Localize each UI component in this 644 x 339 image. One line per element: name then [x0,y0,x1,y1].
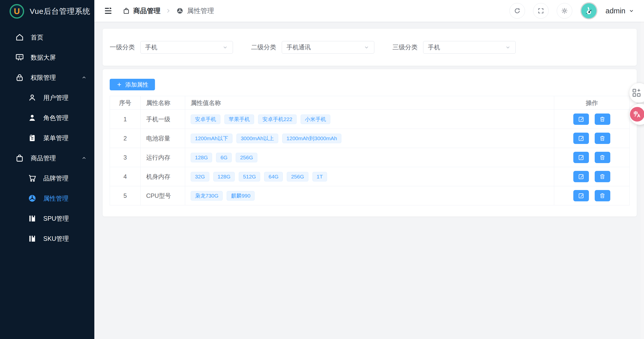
attr-value-tag: 256G [287,172,308,181]
chevron-down-icon [364,44,370,50]
row-index: 1 [110,110,141,129]
sidebar-item-users[interactable]: 用户管理 [0,88,94,108]
sidebar-item-attributes[interactable]: 属性管理 [0,188,94,208]
edit-button[interactable] [573,133,589,144]
sidebar-item-home[interactable]: 首页 [0,27,94,47]
row-index: 4 [110,167,141,186]
sidebar-item-label: 首页 [31,33,43,42]
category1-select[interactable]: 手机 [140,41,233,54]
row-index: 2 [110,129,141,148]
fullscreen-icon [537,7,544,14]
user-menu[interactable]: admin [606,7,634,15]
row-actions [554,110,630,129]
filter-label: 二级分类 [251,43,276,51]
attr-value-tag: 32G [191,172,209,181]
delete-button[interactable] [595,152,610,163]
attribute-table: 序号 属性名称 属性值名称 操作 1 手机一级 安卓手机苹果手机安卓手机222小… [110,96,630,205]
aperture-icon [176,7,184,15]
table-row: 3 运行内存 128G6G256G [110,148,630,167]
rabbit-avatar-icon [583,5,594,16]
filter-level2: 二级分类 手机通讯 [251,41,374,54]
edit-icon [578,116,585,123]
row-actions [554,148,630,167]
sidebar-item-datascreen[interactable]: 数据大屏 [0,47,94,67]
column-header-values: 属性值名称 [185,96,554,110]
table-row: 2 电池容量 1200mAh以下3000mAh以上1200mAh到3000mAh [110,129,630,148]
filter-level1: 一级分类 手机 [110,41,233,54]
sidebar-group-permissions[interactable]: 权限管理 [0,67,94,88]
sidebar-item-label: 数据大屏 [31,53,56,62]
sidebar-item-label: 用户管理 [43,94,68,102]
attr-name: 机身内存 [141,167,185,186]
home-icon [15,33,24,42]
attr-values: 32G128G512G64G256G1T [185,167,554,186]
cart-icon [28,174,37,183]
delete-button[interactable] [595,114,610,125]
settings-button[interactable] [557,3,572,19]
fold-icon [104,7,112,15]
category3-select[interactable]: 手机 [423,41,516,54]
aperture-icon [28,194,37,203]
user-avatar[interactable] [580,2,597,19]
clipboard-icon [28,133,37,142]
username: admin [606,7,625,15]
fullscreen-button[interactable] [533,3,549,19]
delete-button[interactable] [595,171,610,182]
delete-button[interactable] [595,133,610,144]
attr-value-tag: 64G [264,172,283,181]
sidebar: U Vue后台管理系统 首页 数据大屏 权限管理 用户管理 角色管理 菜单管理 [0,0,94,339]
attr-value-tag: 128G [191,153,212,162]
edit-button[interactable] [573,152,589,163]
add-attribute-button[interactable]: 添加属性 [110,79,155,90]
attr-value-tag: 1200mAh以下 [191,134,232,143]
translate-button[interactable] [629,104,644,125]
extension-panel-button[interactable] [629,83,644,103]
trash-icon [599,192,606,199]
attr-value-tag: 小米手机 [301,115,330,124]
category-filter-card: 一级分类 手机 二级分类 手机通讯 三级分类 手机 [103,29,637,66]
refresh-button[interactable] [509,3,525,19]
scrollbar-track[interactable] [641,22,644,339]
sidebar-item-roles[interactable]: 角色管理 [0,108,94,128]
category2-select[interactable]: 手机通讯 [282,41,374,54]
edit-icon [578,192,585,199]
edit-button[interactable] [573,190,589,201]
data-screen-icon [15,53,24,62]
chevron-up-icon [81,155,87,161]
sidebar-item-spu[interactable]: SPU管理 [0,208,94,229]
breadcrumb: 商品管理 属性管理 [123,6,214,15]
row-actions [554,129,630,148]
sidebar-item-label: 商品管理 [31,154,56,162]
delete-button[interactable] [595,190,610,201]
attr-value-tag: 128G [213,172,235,181]
sidebar-item-sku[interactable]: SKU管理 [0,229,94,249]
sidebar-item-label: 属性管理 [43,194,68,203]
trash-icon [599,116,606,123]
chevron-right-icon [165,8,172,14]
attr-name: 运行内存 [141,148,185,167]
edit-button[interactable] [573,114,589,125]
attr-name: 电池容量 [141,129,185,148]
sidebar-item-label: SPU管理 [43,214,69,223]
sidebar-item-label: SKU管理 [43,235,69,243]
attr-values: 枭龙730G麒麟990 [185,186,554,205]
plus-icon [116,82,122,88]
table-header-row: 序号 属性名称 属性值名称 操作 [110,96,630,110]
sidebar-item-menus[interactable]: 菜单管理 [0,128,94,148]
sidebar-item-brands[interactable]: 品牌管理 [0,168,94,188]
user-filled-icon [28,113,37,122]
sidebar-item-label: 品牌管理 [43,174,68,182]
top-header: 商品管理 属性管理 admin [94,0,644,22]
sidebar-menu: 首页 数据大屏 权限管理 用户管理 角色管理 菜单管理 商品管理 [0,27,94,249]
column-header-actions: 操作 [554,96,630,110]
edit-button[interactable] [573,171,589,182]
select-value: 手机 [428,43,440,51]
handbag-icon [123,7,130,15]
edit-icon [578,173,585,180]
attr-table-body: 1 手机一级 安卓手机苹果手机安卓手机222小米手机 2 电池容量 1200mA… [110,110,630,205]
breadcrumb-item-products[interactable]: 商品管理 [123,6,160,15]
sidebar-group-products[interactable]: 商品管理 [0,148,94,168]
sidebar-collapse-button[interactable] [104,7,112,15]
breadcrumb-item-attributes: 属性管理 [176,6,214,15]
attr-values: 128G6G256G [185,148,554,167]
